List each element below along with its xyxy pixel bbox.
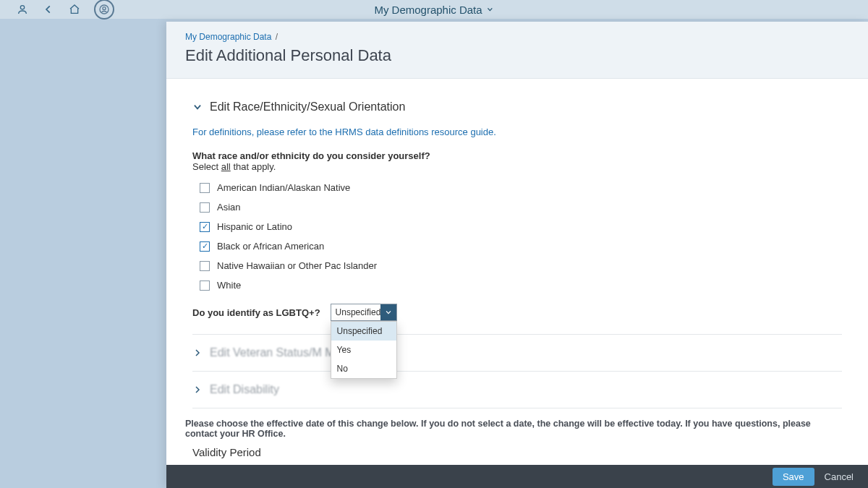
race-checkbox-row: Native Hawaiian or Other Pac Islander [200, 260, 842, 271]
validity-period-title: Validity Period [192, 446, 842, 458]
back-icon[interactable] [42, 3, 55, 16]
race-checkbox-row: Asian [200, 202, 842, 213]
race-checkbox-label: White [217, 280, 241, 291]
race-sub-pre: Select [192, 161, 221, 172]
section-race-header[interactable]: Edit Race/Ethnicity/Sexual Orientation [192, 100, 842, 114]
race-checkbox[interactable] [200, 261, 210, 271]
org-seal-icon [94, 0, 114, 20]
race-checkbox[interactable] [200, 222, 210, 232]
lgbtq-option[interactable]: No [331, 359, 396, 378]
cancel-button[interactable]: Cancel [825, 471, 854, 482]
chevron-down-icon [380, 304, 396, 320]
lgbtq-select[interactable]: Unspecified [331, 304, 397, 321]
race-checkbox-label: American Indian/Alaskan Native [217, 182, 350, 193]
race-checkbox-row: American Indian/Alaskan Native [200, 182, 842, 193]
app-title-dropdown[interactable]: My Demographic Data [374, 4, 493, 16]
section-race-title: Edit Race/Ethnicity/Sexual Orientation [210, 100, 405, 114]
app-title-text: My Demographic Data [374, 4, 482, 16]
save-button[interactable]: Save [773, 468, 814, 486]
section-veteran-header[interactable]: Edit Veteran Status/M Military [192, 335, 842, 372]
lgbtq-option[interactable]: Unspecified [331, 322, 396, 341]
race-checkbox-label: Black or African American [217, 241, 324, 252]
race-question-sub: Select all that apply. [192, 161, 842, 172]
breadcrumb-link[interactable]: My Demographic Data [185, 32, 271, 42]
top-bar: My Demographic Data [0, 0, 868, 19]
race-checkbox[interactable] [200, 281, 210, 291]
lgbtq-dropdown: UnspecifiedYesNo [331, 321, 397, 379]
race-checkbox[interactable] [200, 241, 210, 252]
definitions-link[interactable]: For definitions, please refer to the HRM… [192, 127, 496, 137]
race-checkbox[interactable] [200, 183, 210, 193]
card-header: My Demographic Data / Edit Additional Pe… [166, 22, 868, 79]
race-checkbox-label: Hispanic or Latino [217, 221, 292, 232]
race-sub-all: all [221, 161, 231, 172]
page-title: Edit Additional Personal Data [185, 46, 849, 65]
home-icon[interactable] [68, 3, 81, 16]
chevron-right-icon [192, 385, 203, 395]
breadcrumb-sep: / [273, 32, 278, 42]
race-checkbox[interactable] [200, 202, 210, 213]
lgbtq-select-value: Unspecified [331, 307, 381, 317]
race-checkbox-label: Native Hawaiian or Other Pac Islander [217, 260, 377, 271]
topbar-left-icons [0, 0, 114, 20]
user-icon[interactable] [16, 3, 29, 16]
chevron-down-icon [487, 6, 494, 13]
card-body: Edit Race/Ethnicity/Sexual Orientation F… [166, 79, 868, 487]
lgbtq-question: Do you identify as LGBTQ+? [192, 307, 320, 318]
race-checkbox-label: Asian [217, 202, 241, 213]
breadcrumb: My Demographic Data / [185, 32, 849, 42]
race-checkbox-group: American Indian/Alaskan NativeAsianHispa… [192, 182, 842, 291]
lgbtq-row: Do you identify as LGBTQ+? Unspecified U… [192, 304, 842, 335]
race-sub-post: that apply. [231, 161, 276, 172]
race-checkbox-row: Black or African American [200, 241, 842, 252]
section-disability-header[interactable]: Edit Disability [192, 372, 842, 408]
race-checkbox-row: White [200, 280, 842, 291]
lgbtq-option[interactable]: Yes [331, 341, 396, 359]
race-question: What race and/or ethnicity do you consid… [192, 150, 842, 161]
svg-point-0 [20, 6, 24, 9]
main-card: My Demographic Data / Edit Additional Pe… [166, 22, 868, 488]
effective-date-note: Please choose the effective date of this… [185, 419, 842, 439]
svg-point-2 [103, 7, 106, 10]
chevron-down-icon [192, 102, 203, 112]
lgbtq-select-wrap: Unspecified UnspecifiedYesNo [331, 304, 397, 321]
race-checkbox-row: Hispanic or Latino [200, 221, 842, 232]
section-disability-title: Edit Disability [210, 383, 279, 396]
chevron-right-icon [192, 348, 203, 358]
footer-bar: Save Cancel [166, 465, 868, 488]
